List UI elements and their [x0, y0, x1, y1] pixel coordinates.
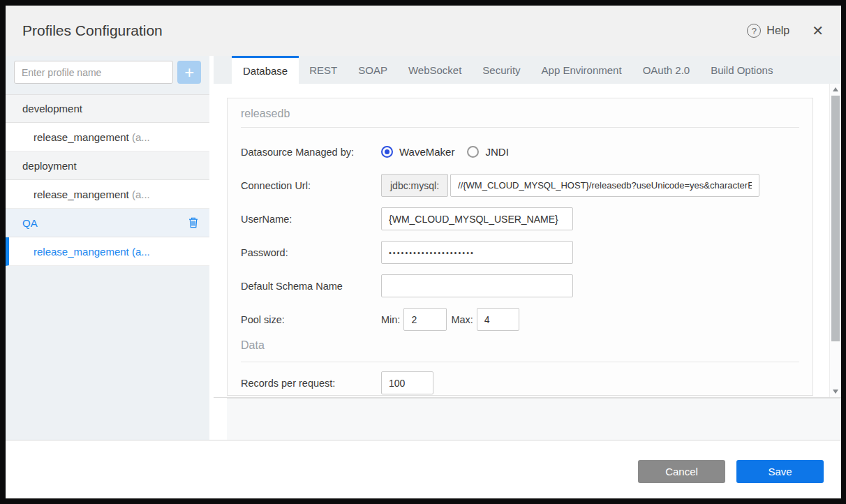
username-label: UserName: [241, 214, 381, 225]
username-input[interactable] [381, 207, 573, 230]
tab-rest[interactable]: REST [299, 56, 348, 84]
profile-detail-pane: Database REST SOAP WebSocket Security Ap… [214, 56, 841, 440]
help-link[interactable]: Help [766, 24, 789, 37]
sidebar-item-release-mangement-deploy[interactable]: release_mangement (a... [6, 180, 209, 209]
pool-size-row: Pool size: Min: Max: [241, 308, 799, 331]
sidebar-item-release-mangement-qa[interactable]: release_mangement (a... [6, 237, 209, 266]
tab-app-environment[interactable]: App Environment [531, 56, 632, 84]
close-icon[interactable]: ✕ [812, 24, 824, 38]
password-row: Password: [241, 241, 799, 264]
dialog-footer: Cancel Save [6, 440, 841, 498]
scroll-down-icon[interactable] [833, 390, 838, 394]
sidebar-item-release-mangement-dev[interactable]: release_mangement (a... [6, 123, 209, 151]
tab-websocket[interactable]: WebSocket [398, 56, 472, 84]
save-button[interactable]: Save [736, 460, 824, 483]
jdbc-prefix: jdbc:mysql: [381, 174, 448, 197]
schema-label: Default Schema Name [241, 281, 381, 292]
pool-max-input[interactable] [477, 308, 519, 331]
wavemaker-radio-label[interactable]: WaveMaker [399, 146, 454, 158]
header-actions: ? Help ✕ [747, 24, 824, 38]
records-input[interactable] [381, 371, 433, 394]
schema-row: Default Schema Name [241, 274, 799, 297]
pool-min-input[interactable] [403, 308, 447, 331]
profile-name-input[interactable] [14, 61, 173, 84]
datasource-label: Datasource Managed by: [241, 147, 381, 158]
sidebar-item-qa[interactable]: QA [6, 209, 209, 237]
sidebar-item-development[interactable]: development [6, 94, 209, 123]
database-name-heading: releasedb [241, 98, 799, 120]
tab-content-scroll-area: releasedb Datasource Managed by: WaveMak… [214, 84, 841, 398]
sidebar-item-deployment[interactable]: deployment [6, 151, 209, 180]
profiles-sidebar: + development release_mangement (a... de… [6, 56, 209, 440]
password-label: Password: [241, 247, 381, 258]
scroll-up-icon[interactable] [833, 87, 838, 91]
dialog-title: Profiles Configuration [22, 22, 163, 39]
connection-url-label: Connection Url: [241, 180, 381, 191]
jndi-radio-label[interactable]: JNDI [485, 146, 508, 158]
schema-input[interactable] [381, 274, 573, 297]
database-config-card: releasedb Datasource Managed by: WaveMak… [227, 98, 813, 396]
tab-bar: Database REST SOAP WebSocket Security Ap… [214, 56, 841, 84]
help-icon[interactable]: ? [747, 24, 761, 38]
delete-profile-icon[interactable] [188, 217, 198, 228]
connection-url-input[interactable] [450, 174, 759, 197]
tab-build-options[interactable]: Build Options [700, 56, 783, 84]
dialog-header: Profiles Configuration ? Help ✕ [6, 6, 841, 56]
data-section-heading: Data [241, 339, 799, 352]
records-row: Records per request: [241, 371, 799, 394]
divider [241, 127, 799, 128]
max-label: Max: [451, 314, 473, 325]
datasource-row: Datasource Managed by: WaveMaker JNDI [241, 140, 799, 163]
profiles-configuration-dialog: Profiles Configuration ? Help ✕ + develo… [6, 6, 841, 498]
password-input[interactable] [381, 241, 573, 264]
cancel-button[interactable]: Cancel [638, 460, 725, 483]
tab-oauth[interactable]: OAuth 2.0 [632, 56, 701, 84]
pool-size-label: Pool size: [241, 314, 381, 325]
jndi-radio[interactable] [467, 146, 479, 158]
wavemaker-radio[interactable] [381, 146, 393, 158]
datasource-radio-group: WaveMaker JNDI [381, 146, 509, 158]
divider [241, 362, 799, 362]
records-label: Records per request: [241, 378, 381, 389]
min-label: Min: [381, 314, 400, 325]
tab-security[interactable]: Security [472, 56, 530, 84]
username-row: UserName: [241, 207, 799, 230]
scrollbar-thumb[interactable] [831, 96, 840, 341]
add-profile-button[interactable]: + [177, 61, 201, 84]
connection-url-row: Connection Url: jdbc:mysql: [241, 174, 799, 197]
tab-database[interactable]: Database [232, 56, 299, 84]
tab-content-footer-space [214, 398, 841, 440]
vertical-scrollbar[interactable] [829, 84, 841, 397]
tab-soap[interactable]: SOAP [348, 56, 398, 84]
profile-search-row: + [6, 56, 209, 94]
